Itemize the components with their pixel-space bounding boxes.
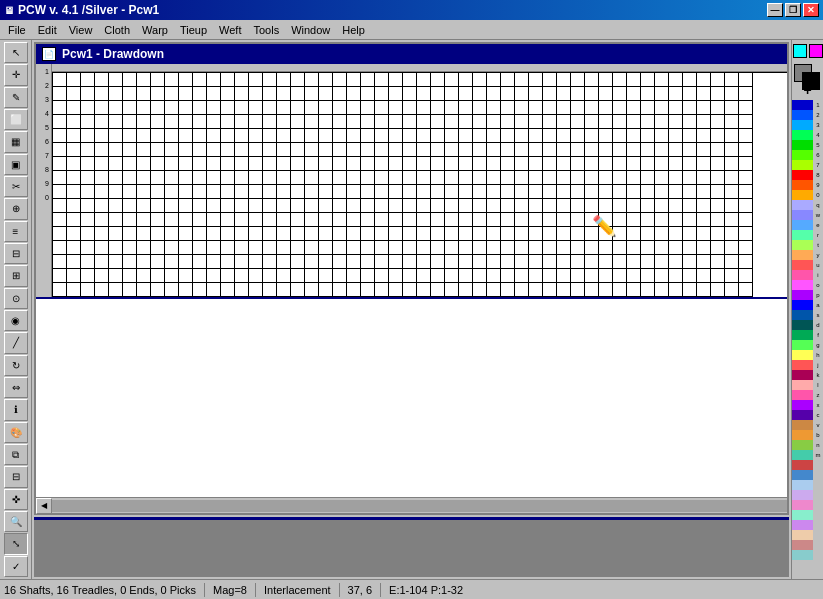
grid-cell[interactable] <box>151 129 165 143</box>
grid-cell[interactable] <box>389 115 403 129</box>
grid-cell[interactable] <box>67 87 81 101</box>
tool-button-2[interactable]: ✎ <box>4 87 28 108</box>
grid-cell[interactable] <box>613 227 627 241</box>
grid-cell[interactable] <box>193 227 207 241</box>
color-swatch[interactable] <box>792 470 813 480</box>
grid-cell[interactable] <box>557 115 571 129</box>
grid-cell[interactable] <box>347 157 361 171</box>
menu-item-view[interactable]: View <box>63 22 99 38</box>
color-swatch[interactable] <box>792 200 813 210</box>
grid-cell[interactable] <box>375 73 389 87</box>
grid-cell[interactable] <box>221 199 235 213</box>
grid-cell[interactable] <box>473 87 487 101</box>
grid-cell[interactable] <box>347 213 361 227</box>
grid-cell[interactable] <box>543 185 557 199</box>
grid-cell[interactable] <box>487 157 501 171</box>
grid-cell[interactable] <box>725 101 739 115</box>
grid-cell[interactable] <box>487 283 501 297</box>
grid-cell[interactable] <box>53 241 67 255</box>
grid-cell[interactable] <box>109 143 123 157</box>
grid-cell[interactable] <box>431 87 445 101</box>
grid-cell[interactable] <box>333 73 347 87</box>
grid-cell[interactable] <box>249 255 263 269</box>
grid-cell[interactable] <box>459 185 473 199</box>
grid-cell[interactable] <box>669 185 683 199</box>
grid-cell[interactable] <box>95 101 109 115</box>
grid-cell[interactable] <box>585 87 599 101</box>
grid-cell[interactable] <box>305 283 319 297</box>
grid-cell[interactable] <box>627 227 641 241</box>
grid-cell[interactable] <box>711 73 725 87</box>
grid-cell[interactable] <box>599 255 613 269</box>
grid-cell[interactable] <box>445 87 459 101</box>
grid-cell[interactable] <box>641 87 655 101</box>
grid-cell[interactable] <box>333 199 347 213</box>
grid-cell[interactable] <box>711 213 725 227</box>
grid-cell[interactable] <box>641 101 655 115</box>
grid-cell[interactable] <box>655 255 669 269</box>
grid-cell[interactable] <box>417 171 431 185</box>
grid-cell[interactable] <box>501 283 515 297</box>
grid-cell[interactable] <box>585 115 599 129</box>
grid-cell[interactable] <box>347 255 361 269</box>
grid-cell[interactable] <box>389 199 403 213</box>
grid-cell[interactable] <box>305 143 319 157</box>
grid-cell[interactable] <box>739 227 753 241</box>
grid-cell[interactable] <box>711 87 725 101</box>
grid-cell[interactable] <box>249 87 263 101</box>
grid-cell[interactable] <box>319 129 333 143</box>
grid-cell[interactable] <box>361 269 375 283</box>
grid-cell[interactable] <box>235 87 249 101</box>
grid-cell[interactable] <box>487 87 501 101</box>
grid-cell[interactable] <box>221 115 235 129</box>
grid-cell[interactable] <box>697 73 711 87</box>
grid-cell[interactable] <box>67 185 81 199</box>
grid-cell[interactable] <box>249 199 263 213</box>
grid-cell[interactable] <box>711 185 725 199</box>
grid-cell[interactable] <box>641 213 655 227</box>
grid-cell[interactable] <box>361 115 375 129</box>
grid-cell[interactable] <box>501 241 515 255</box>
grid-cell[interactable] <box>333 269 347 283</box>
grid-cell[interactable] <box>81 255 95 269</box>
grid-cell[interactable] <box>641 171 655 185</box>
color-swatch-cyan[interactable] <box>793 44 807 58</box>
grid-cell[interactable] <box>739 213 753 227</box>
grid-cell[interactable] <box>683 227 697 241</box>
grid-cell[interactable] <box>151 227 165 241</box>
grid-cell[interactable] <box>529 199 543 213</box>
grid-cell[interactable] <box>403 283 417 297</box>
grid-cell[interactable] <box>263 143 277 157</box>
grid-cell[interactable] <box>347 199 361 213</box>
grid-cell[interactable] <box>431 73 445 87</box>
grid-cell[interactable] <box>543 241 557 255</box>
grid-cell[interactable] <box>291 129 305 143</box>
color-swatch[interactable] <box>792 180 813 190</box>
grid-cell[interactable] <box>361 283 375 297</box>
grid-cell[interactable] <box>445 227 459 241</box>
grid-cell[interactable] <box>375 227 389 241</box>
grid-cell[interactable] <box>487 213 501 227</box>
grid-cell[interactable] <box>515 101 529 115</box>
grid-cell[interactable] <box>501 101 515 115</box>
grid-cell[interactable] <box>123 143 137 157</box>
grid-cell[interactable] <box>613 143 627 157</box>
grid-cell[interactable] <box>67 199 81 213</box>
grid-cell[interactable] <box>375 283 389 297</box>
grid-cell[interactable] <box>697 213 711 227</box>
grid-cell[interactable] <box>599 213 613 227</box>
grid-cell[interactable] <box>67 115 81 129</box>
grid-cell[interactable] <box>291 241 305 255</box>
grid-cell[interactable] <box>725 129 739 143</box>
grid-cell[interactable] <box>137 171 151 185</box>
grid-cell[interactable] <box>543 283 557 297</box>
grid-cell[interactable] <box>669 157 683 171</box>
grid-cell[interactable] <box>109 171 123 185</box>
grid-cell[interactable] <box>487 255 501 269</box>
color-swatch[interactable] <box>792 220 813 230</box>
grid-cell[interactable] <box>151 241 165 255</box>
color-swatch[interactable] <box>792 210 813 220</box>
grid-cell[interactable] <box>193 129 207 143</box>
grid-cell[interactable] <box>571 255 585 269</box>
grid-cell[interactable] <box>641 283 655 297</box>
